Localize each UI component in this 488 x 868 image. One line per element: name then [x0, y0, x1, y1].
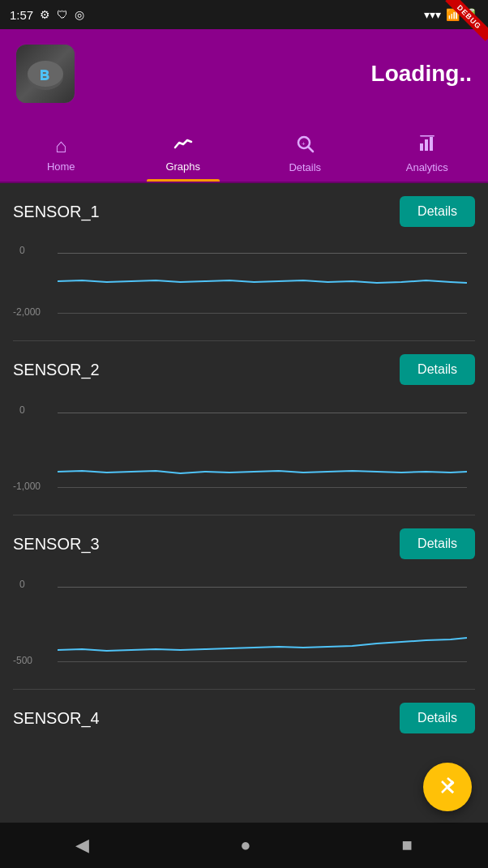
svg-rect-8: [430, 137, 433, 151]
back-button[interactable]: ◀: [75, 835, 89, 856]
app-logo: ʙ: [16, 45, 75, 103]
sensor-1-graph: 0 -2,000: [13, 237, 475, 326]
bluetooth-fab[interactable]: [423, 763, 472, 811]
bluetooth-fab-icon: [435, 775, 460, 799]
recents-button[interactable]: ■: [402, 835, 413, 856]
sensor-4-details-btn[interactable]: Details: [400, 703, 475, 733]
home-button[interactable]: ●: [240, 835, 250, 856]
bottom-nav: ◀ ● ■: [0, 823, 488, 868]
sensor-1-name: SENSOR_1: [13, 203, 100, 221]
sensor-3-ymin: -500: [13, 655, 32, 666]
details-icon: +: [295, 134, 315, 158]
sensor-2-section: SENSOR_2 Details 0 -1,000: [0, 341, 488, 515]
sensor-1-ymax: 0: [19, 245, 25, 256]
sensor-2-header: SENSOR_2 Details: [13, 354, 475, 385]
settings-icon: ⚙: [40, 8, 50, 21]
sensor-1-details-btn[interactable]: Details: [400, 196, 475, 227]
analytics-icon: [417, 134, 437, 158]
app-header: ʙ Loading..: [0, 29, 488, 118]
sensor-2-svg: [58, 395, 467, 500]
home-icon: ⌂: [55, 135, 67, 157]
sensor-2-name: SENSOR_2: [13, 361, 100, 379]
graphs-icon: [173, 135, 193, 157]
debug-badge: DEBUG: [439, 0, 488, 49]
tab-details-label: Details: [289, 161, 321, 173]
sensor-3-section: SENSOR_3 Details 0 -500: [0, 515, 488, 689]
shield-icon: 🛡: [57, 8, 68, 21]
wifi-icon: ▾▾▾: [424, 8, 441, 21]
sensor-4-header: SENSOR_4 Details: [13, 703, 475, 733]
sensor-1-botline: [58, 313, 467, 314]
status-left: 1:57 ⚙ 🛡 ◎: [10, 8, 84, 22]
sensor-3-graph: 0 -500: [13, 569, 475, 674]
tab-analytics[interactable]: Analytics: [366, 118, 489, 182]
sensor-2-graph: 0 -1,000: [13, 395, 475, 500]
target-icon: ◎: [75, 8, 84, 21]
sensor-1-section: SENSOR_1 Details 0 -2,000: [0, 183, 488, 340]
sensor-2-details-btn[interactable]: Details: [400, 354, 475, 385]
status-bar: 1:57 ⚙ 🛡 ◎ ▾▾▾ 📶 🔋: [0, 0, 488, 29]
logo-inner: ʙ: [16, 45, 75, 103]
sensor-3-details-btn[interactable]: Details: [400, 528, 475, 559]
debug-label: DEBUG: [446, 0, 488, 41]
sensor-3-header: SENSOR_3 Details: [13, 528, 475, 559]
sensor-2-ymin: -1,000: [13, 481, 41, 492]
svg-rect-9: [420, 135, 434, 137]
svg-text:+: +: [302, 140, 306, 148]
tab-details[interactable]: + Details: [244, 118, 366, 182]
logo-svg: ʙ: [21, 49, 70, 98]
sensor-1-ymin: -2,000: [13, 306, 41, 318]
tab-analytics-label: Analytics: [406, 161, 448, 173]
tab-graphs[interactable]: Graphs: [122, 118, 245, 182]
sensor-3-ymax: 0: [19, 579, 25, 590]
tab-bar: ⌂ Home Graphs + Details: [0, 118, 488, 183]
app-title: Loading..: [371, 61, 472, 87]
main-content: SENSOR_1 Details 0 -2,000 SENSOR_2 Detai…: [0, 183, 488, 823]
sensor-4-section: SENSOR_4 Details: [0, 690, 488, 750]
tab-graphs-label: Graphs: [165, 160, 200, 173]
sensor-1-header: SENSOR_1 Details: [13, 196, 475, 227]
status-time: 1:57: [10, 8, 33, 22]
svg-text:ʙ: ʙ: [39, 64, 49, 84]
tab-home[interactable]: ⌂ Home: [0, 118, 122, 182]
svg-line-4: [308, 147, 313, 152]
sensor-4-name: SENSOR_4: [13, 709, 100, 728]
svg-rect-6: [420, 143, 423, 151]
svg-rect-7: [425, 139, 428, 151]
tab-home-label: Home: [47, 160, 75, 173]
sensor-2-ymax: 0: [19, 404, 25, 416]
sensor-3-botline: [58, 661, 467, 662]
sensor-2-botline: [58, 487, 467, 488]
sensor-3-name: SENSOR_3: [13, 535, 100, 554]
sensor-3-svg: [58, 569, 467, 674]
